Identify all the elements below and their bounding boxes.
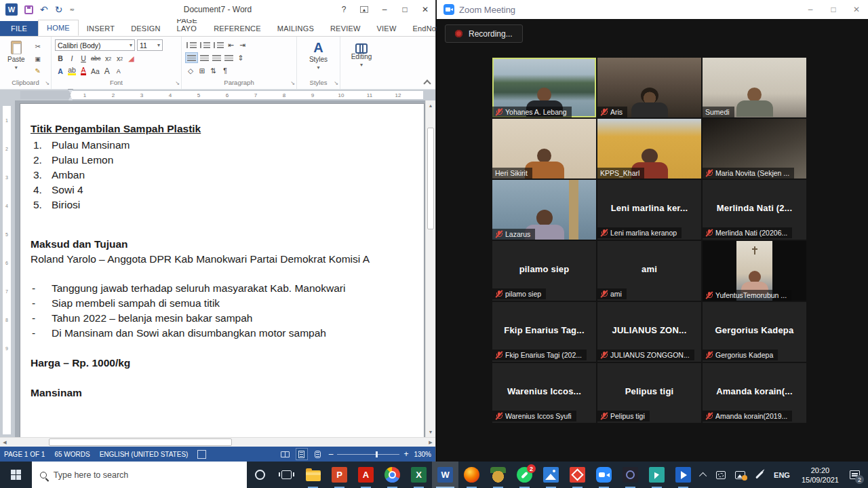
taskbar-clock[interactable]: 20:20 15/09/2021 (795, 466, 846, 485)
dialog-launcher-icon[interactable]: ↘ (45, 80, 50, 86)
minimize-icon[interactable]: – (799, 0, 822, 19)
tab-mailings[interactable]: MAILINGS (269, 21, 322, 36)
dark-app-button[interactable] (617, 462, 644, 488)
acrobat-button[interactable]: A (353, 462, 379, 488)
tab-file[interactable]: FILE (0, 21, 38, 36)
participant-tile-kpps[interactable]: KPPS_Kharl (597, 119, 701, 179)
participant-tile-fkip[interactable]: Fkip Enarius Tag... Fkip Enarius Tagi (2… (492, 302, 596, 362)
web-layout-icon[interactable] (313, 449, 323, 459)
superscript-button[interactable]: x2 (115, 53, 125, 64)
highlight-button[interactable]: ab (66, 66, 77, 77)
change-case-button[interactable]: Aa (90, 66, 101, 77)
shading-icon[interactable]: ◇ (185, 65, 196, 76)
participant-tile-ami[interactable]: ami ami (597, 241, 701, 301)
participant-tile-julianus[interactable]: JULIANUS ZON... JULIANUS ZONGGON... (597, 302, 701, 362)
tray-snip-button[interactable] (730, 462, 750, 488)
grow-font-button[interactable]: A (102, 66, 113, 77)
styles-button[interactable]: A Styles ▾ (305, 39, 332, 79)
scrollbar-thumb[interactable] (49, 438, 232, 446)
decrease-indent-icon[interactable]: ⇤ (226, 39, 237, 50)
print-layout-icon[interactable] (296, 449, 307, 459)
help-icon[interactable]: ? (334, 0, 354, 19)
text-effects-button[interactable]: A (55, 66, 66, 77)
zoom-button[interactable] (591, 462, 617, 488)
tab-references[interactable]: REFERENCE (205, 21, 269, 36)
powerpoint-button[interactable]: P (326, 462, 353, 488)
close-icon[interactable]: ✕ (845, 0, 868, 19)
maximize-icon[interactable]: □ (822, 0, 845, 19)
participant-tile-lazarus[interactable]: Lazarus (492, 180, 596, 240)
align-left-icon[interactable] (185, 52, 198, 63)
recording-indicator[interactable]: Recording... (445, 24, 523, 43)
participant-tile-sumedi[interactable]: Sumedi (703, 58, 806, 117)
font-name-select[interactable]: Calibri (Body)▾ (55, 39, 135, 51)
participant-tile-yohanes[interactable]: Yohanes A. Lebang (492, 58, 596, 117)
zoom-slider-knob[interactable] (376, 451, 378, 457)
align-center-icon[interactable] (199, 52, 210, 63)
teal-app-button[interactable] (644, 462, 670, 488)
ribbon-display-icon[interactable]: ▲ (360, 6, 368, 13)
cut-icon[interactable]: ✂ (32, 41, 44, 52)
format-painter-icon[interactable]: ✎ (32, 66, 44, 76)
document-text[interactable]: Titik Pengambilan Sampah Plastik 1.Pulau… (20, 104, 424, 400)
red-app-button[interactable] (564, 462, 591, 488)
participant-tile-merlinda[interactable]: Merlinda Nati (2... Merlinda Nati (20206… (703, 180, 806, 240)
close-icon[interactable]: ✕ (415, 0, 435, 19)
movies-tv-button[interactable] (670, 462, 696, 488)
strikethrough-button[interactable]: abc (90, 53, 102, 64)
justify-icon[interactable] (223, 52, 235, 63)
dialog-launcher-icon[interactable]: ↘ (334, 80, 338, 86)
font-color-button[interactable]: A (78, 66, 89, 77)
zoom-percentage[interactable]: 130% (414, 451, 431, 458)
whatsapp-button[interactable]: 2 (511, 462, 538, 488)
scroll-down-icon[interactable]: ▼ (426, 427, 435, 437)
undo-icon[interactable]: ↶ (40, 5, 48, 14)
tab-review[interactable]: REVIEW (322, 21, 369, 36)
bullet-list-icon[interactable] (185, 39, 198, 50)
scroll-right-icon[interactable]: ▶ (426, 438, 435, 447)
dialog-launcher-icon[interactable]: ↘ (175, 80, 180, 86)
horizontal-ruler[interactable]: 123456789101112 (0, 90, 435, 100)
minimize-icon[interactable]: – (374, 0, 395, 19)
scroll-left-icon[interactable]: ◀ (0, 438, 9, 447)
show-paragraph-marks-icon[interactable]: ¶ (220, 65, 231, 76)
font-size-select[interactable]: 11▾ (137, 39, 163, 51)
editing-button[interactable]: Editing ▾ (347, 39, 376, 79)
participant-tile-pelipus[interactable]: Pelipus tigi Pelipus tigi (597, 363, 701, 423)
tray-ink-button[interactable] (750, 462, 769, 488)
sort-icon[interactable]: ⇅ (208, 65, 219, 76)
task-view-button[interactable] (273, 462, 300, 488)
subscript-button[interactable]: x2 (103, 53, 114, 64)
scroll-up-icon[interactable]: ▲ (426, 100, 435, 111)
language-indicator[interactable]: ENGLISH (UNITED STATES) (100, 451, 189, 458)
excel-button[interactable]: X (406, 462, 432, 488)
document-page[interactable]: Titik Pengambilan Sampah Plastik 1.Pulau… (20, 104, 424, 437)
word-button[interactable]: W (432, 462, 458, 488)
action-center-button[interactable]: 2 (846, 462, 868, 488)
paste-button[interactable]: Paste ▾ (3, 39, 29, 79)
hidden-icons-button[interactable] (696, 462, 711, 488)
bold-button[interactable]: B (55, 53, 66, 64)
photos-button[interactable] (538, 462, 564, 488)
participant-tile-amanda[interactable]: Amanda korain(... Amanda korain(2019... (703, 363, 806, 423)
dialog-launcher-icon[interactable]: ↘ (290, 80, 295, 86)
clear-formatting-icon[interactable]: ◢ (126, 53, 137, 64)
tab-insert[interactable]: INSERT (79, 21, 123, 36)
numbered-list-icon[interactable] (199, 39, 212, 50)
participant-tile-warenius[interactable]: Warenius Iccos... Warenius Iccos Syufi (492, 363, 596, 423)
save-icon[interactable] (24, 5, 33, 14)
participant-tile-gergorius[interactable]: Gergorius Kadepa Gergorius Kadepa (703, 302, 806, 362)
chrome-button[interactable] (379, 462, 406, 488)
participant-tile-yufentus[interactable]: YufentusTemorubun ... (703, 241, 806, 301)
read-mode-icon[interactable] (280, 449, 291, 459)
cortana-button[interactable] (247, 462, 273, 488)
taskbar-search[interactable]: Type here to search (32, 462, 247, 488)
collapse-ribbon-icon[interactable] (423, 79, 431, 87)
proofing-icon[interactable] (197, 450, 206, 459)
shrink-font-button[interactable]: A (113, 66, 124, 77)
start-button[interactable] (0, 462, 32, 488)
page-count[interactable]: PAGE 1 OF 1 (4, 451, 45, 458)
word-count[interactable]: 65 WORDS (54, 451, 90, 458)
increase-indent-icon[interactable]: ⇥ (237, 39, 248, 50)
multilevel-list-icon[interactable] (212, 39, 225, 50)
